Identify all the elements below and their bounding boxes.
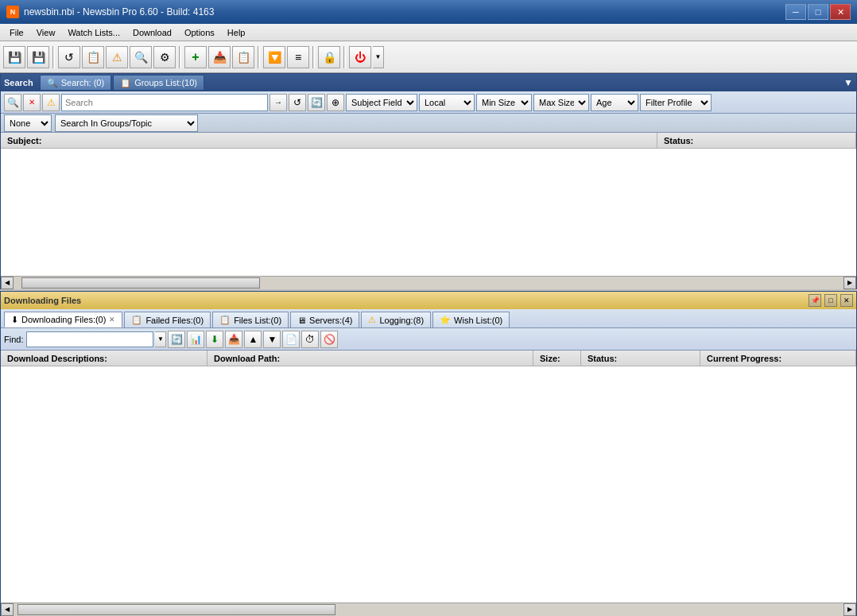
- subject-field-dropdown[interactable]: Subject Field: [346, 94, 417, 111]
- find-dropdown-arrow[interactable]: ▼: [155, 331, 166, 347]
- save2-button[interactable]: 💾: [27, 46, 49, 68]
- search-refresh1-btn[interactable]: ↺: [289, 94, 306, 111]
- toolbar-sep-4: [312, 46, 315, 68]
- download-pin-button[interactable]: 📌: [809, 294, 821, 307]
- tab-failed-files[interactable]: 📋 Failed Files:(0): [124, 312, 211, 327]
- search-tab-label: Search: (0): [61, 78, 104, 87]
- chart-button[interactable]: 📊: [187, 331, 204, 348]
- search-results-header: Subject: Status:: [1, 133, 856, 149]
- search-header-left: Search 🔍 Search: (0) 📋 Groups List:(10): [4, 75, 204, 91]
- search-collapse-button[interactable]: ▼: [843, 77, 853, 88]
- download-horizontal-scrollbar[interactable]: ◀ ▶: [1, 602, 856, 615]
- minimize-button[interactable]: ─: [785, 4, 806, 20]
- save-button[interactable]: 💾: [3, 46, 25, 68]
- search-icon-btn[interactable]: 🔍: [4, 94, 21, 111]
- lock-button[interactable]: 🔒: [318, 46, 340, 68]
- search-go-btn[interactable]: →: [270, 94, 287, 111]
- dl-scroll-right-arrow[interactable]: ▶: [843, 603, 856, 616]
- servers-icon: 🖥: [297, 316, 306, 325]
- maximize-button[interactable]: □: [808, 4, 828, 20]
- none-dropdown[interactable]: None: [4, 114, 52, 132]
- scroll-left-arrow[interactable]: ◀: [1, 277, 14, 289]
- download-close-button[interactable]: ✕: [840, 294, 853, 307]
- download-float-button[interactable]: □: [824, 294, 837, 307]
- files-list-icon: 📋: [219, 315, 231, 325]
- close-button[interactable]: ✕: [830, 4, 851, 20]
- filter-button[interactable]: 🔽: [263, 46, 285, 68]
- servers-label: Servers:(4): [309, 316, 352, 325]
- search-mag-button[interactable]: 🔍: [130, 46, 152, 68]
- search-horizontal-scrollbar[interactable]: ◀ ▶: [1, 276, 856, 289]
- dl-down-button[interactable]: ▼: [263, 331, 281, 348]
- scroll-track[interactable]: [14, 277, 843, 289]
- download-panel-title: Downloading Files: [4, 296, 81, 305]
- add2-button[interactable]: 📥: [208, 46, 231, 68]
- search-header: Search 🔍 Search: (0) 📋 Groups List:(10) …: [1, 74, 856, 91]
- max-size-dropdown[interactable]: Max Size: [533, 94, 589, 111]
- search-toolbar: 🔍 ✕ ⚠ → ↺ 🔄 ⊕ Subject Field Local Min Si…: [1, 91, 856, 114]
- groups-tab-icon: 📋: [120, 78, 131, 88]
- scroll-right-arrow[interactable]: ▶: [843, 277, 856, 289]
- search-warning-btn[interactable]: ⚠: [42, 94, 60, 111]
- dl-move-button[interactable]: ⬇: [206, 331, 223, 348]
- menu-options[interactable]: Options: [178, 26, 221, 39]
- power-button[interactable]: ⏻: [349, 46, 371, 68]
- tab-servers[interactable]: 🖥 Servers:(4): [290, 312, 359, 327]
- dl-scroll-thumb[interactable]: [17, 604, 335, 615]
- tab-wish-list[interactable]: ⭐ Wish List:(0): [432, 312, 510, 327]
- group-button[interactable]: ≡: [287, 46, 309, 68]
- download-toolbar: Find: ▼ 🔄 📊 ⬇ 📥 ▲ ▼ 📄 ⏱ 🚫: [1, 328, 856, 351]
- search-refresh3-btn[interactable]: ⊕: [327, 94, 344, 111]
- toolbar: 💾 💾 ↺ 📋 ⚠ 🔍 ⚙ + 📥 📋 🔽 ≡ 🔒 ⏻ ▼: [0, 41, 857, 73]
- search-refresh2-btn[interactable]: 🔄: [308, 94, 325, 111]
- dl-scroll-left-arrow[interactable]: ◀: [1, 603, 14, 616]
- tab-downloading-files[interactable]: ⬇ Downloading Files:(0) ✕: [4, 312, 122, 327]
- tab-files-list[interactable]: 📋 Files List:(0): [212, 312, 289, 327]
- search-tab-search[interactable]: 🔍 Search: (0): [40, 75, 111, 91]
- toolbar-sep-5: [343, 46, 346, 68]
- toolbar-dropdown-button[interactable]: ▼: [373, 46, 384, 68]
- search-results-body: [1, 149, 856, 276]
- search-cancel-btn[interactable]: ✕: [23, 94, 41, 111]
- warning-button[interactable]: ⚠: [106, 46, 128, 68]
- toolbar-sep-1: [52, 46, 55, 68]
- menu-file[interactable]: File: [3, 26, 30, 39]
- menu-watchlists[interactable]: Watch Lists...: [61, 26, 126, 39]
- search-in-groups-dropdown[interactable]: Search In Groups/Topic: [55, 114, 198, 132]
- title-controls: ─ □ ✕: [785, 4, 851, 20]
- local-dropdown[interactable]: Local: [419, 94, 475, 111]
- menu-help[interactable]: Help: [221, 26, 252, 39]
- search-tab-icon: 🔍: [47, 78, 58, 88]
- properties-button[interactable]: 📋: [82, 46, 104, 68]
- menu-view[interactable]: View: [30, 26, 62, 39]
- downloading-files-tab-close[interactable]: ✕: [109, 316, 115, 323]
- download-header-right: 📌 □ ✕: [809, 294, 853, 307]
- dl-clock-button[interactable]: ⏱: [301, 331, 319, 348]
- refresh-dl-button[interactable]: 🔄: [168, 331, 185, 348]
- search-tab-groups[interactable]: 📋 Groups List:(10): [113, 75, 204, 91]
- search-input[interactable]: [61, 94, 268, 111]
- dl-cancel-button[interactable]: 🚫: [320, 331, 338, 348]
- dl-file-button[interactable]: 📄: [282, 331, 300, 348]
- main-container: Search 🔍 Search: (0) 📋 Groups List:(10) …: [0, 73, 857, 616]
- download-results-header: Download Descriptions: Download Path: Si…: [1, 351, 856, 366]
- scroll-thumb[interactable]: [21, 277, 260, 289]
- filter-profile-dropdown[interactable]: Filter Profile: [640, 94, 712, 111]
- search-panel: Search 🔍 Search: (0) 📋 Groups List:(10) …: [0, 73, 857, 289]
- add-button[interactable]: +: [184, 46, 207, 68]
- menu-download[interactable]: Download: [126, 26, 178, 39]
- dl-up-button[interactable]: ▲: [244, 331, 262, 348]
- add3-button[interactable]: 📋: [232, 46, 254, 68]
- files-list-label: Files List:(0): [234, 316, 281, 325]
- dl-add-button[interactable]: 📥: [225, 331, 242, 348]
- wish-list-icon: ⭐: [440, 315, 451, 325]
- find-input[interactable]: [26, 331, 153, 347]
- tab-logging[interactable]: ⚠ Logging:(8): [361, 312, 431, 327]
- refresh-button[interactable]: ↺: [58, 46, 80, 68]
- download-header: Downloading Files 📌 □ ✕: [1, 292, 856, 309]
- age-dropdown[interactable]: Age: [591, 94, 638, 111]
- settings-button[interactable]: ⚙: [153, 46, 176, 68]
- dl-scroll-track[interactable]: [14, 603, 843, 616]
- logging-icon: ⚠: [368, 315, 376, 325]
- min-size-dropdown[interactable]: Min Size: [476, 94, 532, 111]
